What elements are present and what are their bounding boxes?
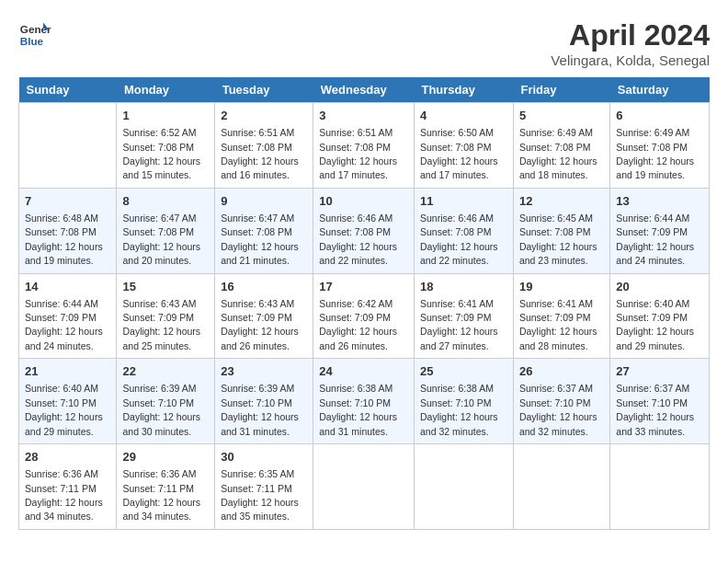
daylight-text: Daylight: 12 hours and 27 minutes. xyxy=(420,326,498,350)
day-cell-1-2: 9 Sunrise: 6:47 AM Sunset: 7:08 PM Dayli… xyxy=(215,188,313,273)
sunset-text: Sunset: 7:09 PM xyxy=(122,312,194,323)
day-number: 29 xyxy=(122,449,209,465)
daylight-text: Daylight: 12 hours and 22 minutes. xyxy=(319,241,397,266)
day-number: 21 xyxy=(25,363,110,380)
sunset-text: Sunset: 7:09 PM xyxy=(319,312,391,323)
day-number: 28 xyxy=(25,449,110,465)
daylight-text: Daylight: 12 hours and 29 minutes. xyxy=(25,411,103,436)
daylight-text: Daylight: 12 hours and 19 minutes. xyxy=(25,241,103,266)
header-friday: Friday xyxy=(513,77,609,103)
day-cell-2-4: 18 Sunrise: 6:41 AM Sunset: 7:09 PM Dayl… xyxy=(414,273,513,359)
sunset-text: Sunset: 7:10 PM xyxy=(25,397,97,408)
sunrise-text: Sunrise: 6:49 AM xyxy=(616,127,689,138)
sunset-text: Sunset: 7:09 PM xyxy=(420,312,492,323)
logo-icon: General Blue xyxy=(18,18,51,52)
sunset-text: Sunset: 7:11 PM xyxy=(122,483,194,494)
day-cell-4-2: 30 Sunrise: 6:35 AM Sunset: 7:11 PM Dayl… xyxy=(215,444,313,530)
day-number: 25 xyxy=(420,363,507,380)
sunrise-text: Sunrise: 6:51 AM xyxy=(221,127,294,138)
day-number: 1 xyxy=(122,108,209,124)
sunrise-text: Sunrise: 6:44 AM xyxy=(25,298,98,309)
daylight-text: Daylight: 12 hours and 22 minutes. xyxy=(420,241,498,266)
day-number: 18 xyxy=(420,279,507,295)
day-cell-4-3 xyxy=(313,444,415,530)
day-cell-3-5: 26 Sunrise: 6:37 AM Sunset: 7:10 PM Dayl… xyxy=(513,359,609,444)
sunset-text: Sunset: 7:09 PM xyxy=(616,312,688,323)
day-cell-0-0 xyxy=(19,103,117,189)
day-number: 13 xyxy=(616,193,703,210)
day-number: 5 xyxy=(519,108,604,124)
daylight-text: Daylight: 12 hours and 21 minutes. xyxy=(221,241,299,266)
header-wednesday: Wednesday xyxy=(313,77,415,103)
sunrise-text: Sunrise: 6:39 AM xyxy=(122,383,196,394)
week-row-2: 7 Sunrise: 6:48 AM Sunset: 7:08 PM Dayli… xyxy=(19,188,710,273)
day-number: 8 xyxy=(122,193,209,210)
sunrise-text: Sunrise: 6:36 AM xyxy=(122,468,196,479)
day-cell-1-5: 12 Sunrise: 6:45 AM Sunset: 7:08 PM Dayl… xyxy=(513,188,609,273)
day-cell-3-2: 23 Sunrise: 6:39 AM Sunset: 7:10 PM Dayl… xyxy=(215,359,313,444)
sunrise-text: Sunrise: 6:35 AM xyxy=(221,468,294,479)
day-cell-2-3: 17 Sunrise: 6:42 AM Sunset: 7:09 PM Dayl… xyxy=(313,273,415,359)
day-number: 3 xyxy=(319,108,408,124)
day-cell-0-1: 1 Sunrise: 6:52 AM Sunset: 7:08 PM Dayli… xyxy=(117,103,215,189)
sunrise-text: Sunrise: 6:42 AM xyxy=(319,298,392,309)
day-cell-2-6: 20 Sunrise: 6:40 AM Sunset: 7:09 PM Dayl… xyxy=(610,273,710,359)
sunset-text: Sunset: 7:10 PM xyxy=(221,397,292,408)
sunset-text: Sunset: 7:10 PM xyxy=(616,397,688,408)
day-number: 2 xyxy=(221,108,307,124)
sunrise-text: Sunrise: 6:40 AM xyxy=(25,383,98,394)
sunrise-text: Sunrise: 6:43 AM xyxy=(122,298,196,309)
calendar-title: April 2024 xyxy=(551,18,710,52)
sunset-text: Sunset: 7:10 PM xyxy=(122,397,194,408)
day-cell-3-6: 27 Sunrise: 6:37 AM Sunset: 7:10 PM Dayl… xyxy=(610,359,710,444)
week-row-5: 28 Sunrise: 6:36 AM Sunset: 7:11 PM Dayl… xyxy=(19,444,710,530)
day-cell-0-4: 4 Sunrise: 6:50 AM Sunset: 7:08 PM Dayli… xyxy=(414,103,513,189)
daylight-text: Daylight: 12 hours and 31 minutes. xyxy=(221,411,299,436)
sunset-text: Sunset: 7:09 PM xyxy=(616,226,688,237)
sunset-text: Sunset: 7:08 PM xyxy=(221,226,292,237)
header-saturday: Saturday xyxy=(610,77,710,103)
sunset-text: Sunset: 7:08 PM xyxy=(420,142,492,153)
day-cell-4-5 xyxy=(513,444,609,530)
day-cell-0-5: 5 Sunrise: 6:49 AM Sunset: 7:08 PM Dayli… xyxy=(513,103,609,189)
day-number: 7 xyxy=(25,193,110,210)
day-cell-3-4: 25 Sunrise: 6:38 AM Sunset: 7:10 PM Dayl… xyxy=(414,359,513,444)
sunrise-text: Sunrise: 6:43 AM xyxy=(221,298,294,309)
daylight-text: Daylight: 12 hours and 25 minutes. xyxy=(122,326,200,350)
daylight-text: Daylight: 12 hours and 34 minutes. xyxy=(122,497,200,522)
calendar-table: Sunday Monday Tuesday Wednesday Thursday… xyxy=(18,77,710,530)
sunrise-text: Sunrise: 6:37 AM xyxy=(616,383,689,394)
svg-text:Blue: Blue xyxy=(20,35,44,47)
week-row-3: 14 Sunrise: 6:44 AM Sunset: 7:09 PM Dayl… xyxy=(19,273,710,359)
sunset-text: Sunset: 7:08 PM xyxy=(420,226,492,237)
title-area: April 2024 Velingara, Kolda, Senegal xyxy=(551,18,710,68)
day-cell-4-4 xyxy=(414,444,513,530)
sunset-text: Sunset: 7:11 PM xyxy=(221,483,292,494)
logo: General Blue xyxy=(18,18,51,52)
day-number: 27 xyxy=(616,363,703,380)
day-number: 19 xyxy=(519,279,604,295)
sunrise-text: Sunrise: 6:40 AM xyxy=(616,298,689,309)
day-number: 15 xyxy=(122,279,209,295)
daylight-text: Daylight: 12 hours and 17 minutes. xyxy=(420,155,498,180)
sunrise-text: Sunrise: 6:47 AM xyxy=(122,213,196,224)
sunrise-text: Sunrise: 6:38 AM xyxy=(319,383,392,394)
day-cell-2-0: 14 Sunrise: 6:44 AM Sunset: 7:09 PM Dayl… xyxy=(19,273,117,359)
day-cell-4-6 xyxy=(610,444,710,530)
daylight-text: Daylight: 12 hours and 18 minutes. xyxy=(519,155,597,180)
daylight-text: Daylight: 12 hours and 24 minutes. xyxy=(25,326,103,350)
day-cell-3-0: 21 Sunrise: 6:40 AM Sunset: 7:10 PM Dayl… xyxy=(19,359,117,444)
sunset-text: Sunset: 7:08 PM xyxy=(319,226,391,237)
header-monday: Monday xyxy=(117,77,215,103)
day-number: 20 xyxy=(616,279,703,295)
day-number: 23 xyxy=(221,363,307,380)
daylight-text: Daylight: 12 hours and 17 minutes. xyxy=(319,155,397,180)
week-row-1: 1 Sunrise: 6:52 AM Sunset: 7:08 PM Dayli… xyxy=(19,103,710,189)
day-number: 11 xyxy=(420,193,507,210)
daylight-text: Daylight: 12 hours and 32 minutes. xyxy=(519,411,597,436)
sunrise-text: Sunrise: 6:47 AM xyxy=(221,213,294,224)
sunrise-text: Sunrise: 6:41 AM xyxy=(519,298,593,309)
day-number: 12 xyxy=(519,193,604,210)
calendar-subtitle: Velingara, Kolda, Senegal xyxy=(551,52,710,68)
day-number: 30 xyxy=(221,449,307,465)
